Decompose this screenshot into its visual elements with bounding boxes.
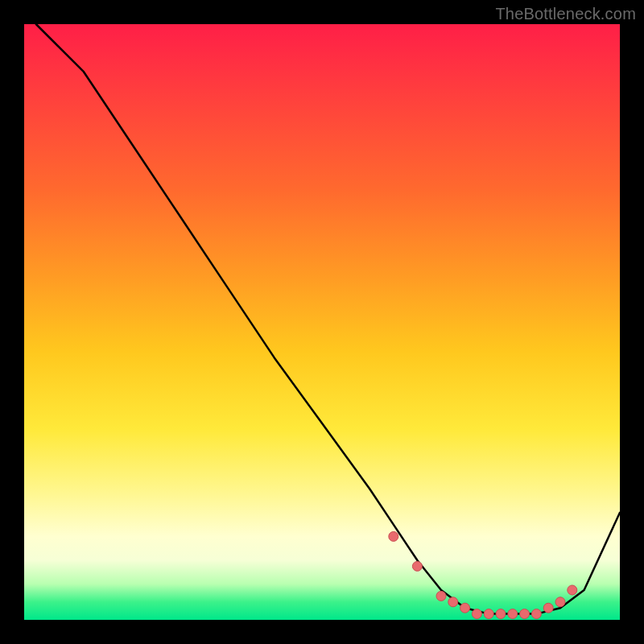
curve-marker [436,591,446,601]
curve-marker [568,585,577,595]
chart-frame: TheBottleneck.com [0,0,644,644]
curve-marker [496,609,506,619]
curve-marker [520,609,530,619]
curve-layer [24,24,620,620]
bottleneck-curve [36,24,620,614]
curve-marker [543,603,553,613]
curve-marker [472,609,481,619]
curve-marker [389,531,398,541]
marker-group [389,531,577,618]
curve-marker [460,603,470,613]
curve-marker [531,609,541,619]
watermark-text: TheBottleneck.com [495,5,636,23]
curve-marker [508,609,518,619]
curve-marker [484,609,493,619]
curve-marker [555,597,565,607]
curve-marker [412,561,422,571]
curve-marker [448,597,458,607]
plot-area [24,24,620,620]
